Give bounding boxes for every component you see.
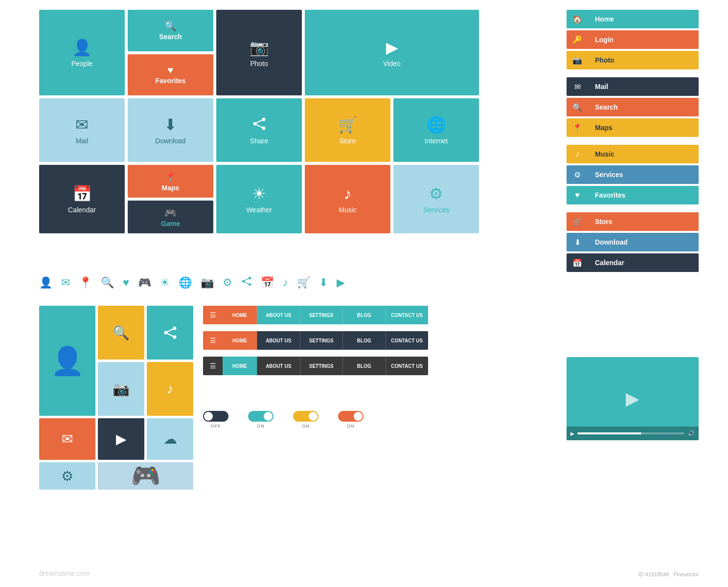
tile-share[interactable]: Share [216,98,302,162]
nav-photo[interactable]: 📷 Photo [567,51,699,69]
toggle-thumb-1 [204,412,213,421]
vp-play-icon[interactable]: ▶ [570,431,574,436]
tile-internet[interactable]: 🌐 Internet [393,98,479,162]
nav-store[interactable]: 🛒 Store [567,212,699,231]
icon-bar: 👤 ✉ 📍 🔍 ♥ 🎮 ☀ 🌐 📷 ⚙ 📅 ♪ 🛒 ⬇ ▶ [39,276,345,289]
tile-weather[interactable]: ☀ Weather [216,165,302,233]
nav-download[interactable]: ⬇ Download [567,233,699,251]
weather-label: Weather [246,206,272,214]
bt-music[interactable]: ♪ [147,362,193,416]
tile-calendar[interactable]: 📅 Calendar [39,165,125,233]
navbar-row-1[interactable]: ☰ HOME ABOUT US SETTINGS BLOG CONTACT US [203,306,428,324]
toggle-track-4[interactable] [338,411,364,422]
download-nav-icon: ⬇ [567,233,588,251]
person-icon: 👤 [72,38,92,57]
toggle-track-1[interactable] [203,411,228,422]
vp-progress-bar[interactable] [577,432,684,434]
camera-icon: 📷 [250,38,269,57]
toggle-thumb-3 [309,412,318,421]
vp-play-button[interactable]: ▶ [626,388,639,409]
heart-icon: ♥ [168,65,174,76]
nav-contact-3[interactable]: CONTACT US [386,357,429,375]
svg-point-11 [173,336,176,339]
vp-volume-icon[interactable]: 🔊 [687,430,695,437]
globe-icon: 🌐 [427,115,446,134]
photo-nav-label: Photo [588,51,699,69]
nav-maps[interactable]: 📍 Maps [567,118,699,137]
cart-nav-icon: 🛒 [567,212,588,231]
toggle-1: OFF [203,411,228,429]
nav-settings-2[interactable]: SETTINGS [300,331,343,350]
svg-line-9 [244,282,249,284]
bt-person[interactable]: 👤 [39,306,95,416]
navbar-row-3[interactable]: ☰ HOME ABOUT US SETTINGS BLOG CONTACT US [203,357,428,375]
nav-aboutus-3[interactable]: ABOUT US [257,357,300,375]
toggle-on-label-4: ON [347,424,355,429]
tile-services[interactable]: ⚙ Services [393,165,479,233]
bt-video[interactable]: ▶ [98,418,144,460]
tile-search[interactable]: 🔍 Search [128,10,213,51]
video-label: Video [383,60,401,68]
nav-home-2[interactable]: HOME [223,331,257,350]
nav-contact-2[interactable]: CONTACT US [386,331,429,350]
nav-home[interactable]: 🏠 Home [567,10,699,28]
nav-blog-2[interactable]: BLOG [342,331,386,350]
bt-settings[interactable]: ⚙ [39,462,95,490]
bt-search[interactable]: 🔍 [98,306,144,360]
maps-label: Maps [162,184,180,192]
search-nav-icon: 🔍 [567,98,588,116]
nav-blog-3[interactable]: BLOG [342,357,386,375]
game-label: Game [161,220,180,227]
nav-services[interactable]: ⚙ Services [567,165,699,184]
tile-favorites[interactable]: ♥ Favorites [128,54,213,96]
nav-aboutus-2[interactable]: ABOUT US [257,331,300,350]
tile-store[interactable]: 🛒 Store [305,98,390,162]
calendar-label: Calendar [68,206,96,214]
toggle-thumb-4 [354,412,363,421]
tile-music[interactable]: ♪ Music [305,165,390,233]
toggle-track-2[interactable] [248,411,273,422]
nav-login[interactable]: 🔑 Login [567,30,699,49]
favorites-nav-label: Favorites [588,186,699,204]
bt-cloud[interactable]: ☁ [147,418,193,460]
nav-mail[interactable]: ✉ Mail [567,77,699,96]
heart-nav-icon: ♥ [567,186,588,204]
cart-bar-icon: 🛒 [297,276,310,289]
bt-camera[interactable]: 📷 [98,362,144,416]
bt-mail[interactable]: ✉ [39,418,95,460]
share-icon [252,116,267,134]
nav-home-1[interactable]: HOME [223,306,257,324]
tile-photo[interactable]: 📷 Photo [216,10,302,95]
bt-share[interactable] [147,306,193,360]
vp-controls-bar: ▶ 🔊 [567,427,699,440]
tile-game[interactable]: 🎮 Game [128,201,213,233]
nav-blog-1[interactable]: BLOG [342,306,386,324]
nav-aboutus-1[interactable]: ABOUT US [257,306,300,324]
pin-icon: 📍 [164,171,177,183]
nav-music[interactable]: ♪ Music [567,145,699,163]
share-label: Share [250,137,268,145]
tile-mail[interactable]: ✉ Mail [39,98,125,162]
nav-settings-3[interactable]: SETTINGS [300,357,343,375]
tile-people[interactable]: 👤 People [39,10,125,95]
cart-icon: 🛒 [338,115,358,134]
nav-calendar[interactable]: 📅 Calendar [567,253,699,272]
nav-group-2: ✉ Mail 🔍 Search 📍 Maps [567,77,699,137]
video-player[interactable]: ▶ ▶ 🔊 [567,357,699,440]
svg-line-13 [166,329,174,332]
download-label: Download [155,137,185,145]
nav-home-3[interactable]: HOME [223,357,257,375]
pin-bar-icon: 📍 [79,276,92,289]
nav-contact-1[interactable]: CONTACT US [386,306,429,324]
tile-video[interactable]: ▶ Video [305,10,479,95]
nav-favorites[interactable]: ♥ Favorites [567,186,699,204]
tile-download[interactable]: ⬇ Download [128,98,213,162]
toggle-track-3[interactable] [293,411,318,422]
navbar-row-2[interactable]: ☰ HOME ABOUT US SETTINGS BLOG CONTACT US [203,331,428,350]
hamburger-icon-2: ☰ [203,331,223,350]
bt-game[interactable]: 🎮 [98,462,193,490]
toggle-2: ON [248,411,273,429]
nav-search[interactable]: 🔍 Search [567,98,699,116]
nav-settings-1[interactable]: SETTINGS [300,306,343,324]
tile-maps[interactable]: 📍 Maps [128,165,213,198]
